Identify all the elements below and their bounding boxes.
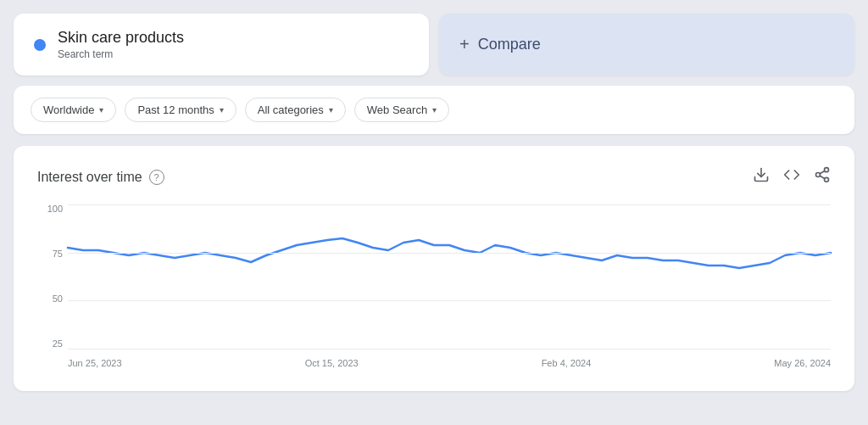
chart-header: Interest over time ? (37, 166, 831, 187)
compare-card[interactable]: + Compare (439, 14, 854, 75)
filter-time-label: Past 12 months (137, 103, 214, 116)
grid-line-100 (68, 204, 831, 205)
compare-label: Compare (478, 36, 541, 53)
x-label-3: Feb 4, 2024 (542, 358, 592, 368)
filter-region-label: Worldwide (43, 103, 94, 116)
x-label-2: Oct 15, 2023 (305, 358, 359, 368)
chart-title-row: Interest over time ? (37, 170, 164, 185)
y-label-25: 25 (53, 339, 63, 349)
chevron-down-icon: ▾ (329, 105, 333, 115)
search-term-dot (34, 39, 46, 51)
svg-line-5 (820, 171, 825, 173)
share-icon[interactable] (814, 166, 831, 187)
help-icon[interactable]: ? (149, 170, 164, 185)
chart-actions (753, 166, 831, 187)
search-term-text: Skin care products Search term (58, 29, 184, 60)
filter-category[interactable]: All categories ▾ (245, 98, 346, 122)
filter-region[interactable]: Worldwide ▾ (31, 98, 116, 122)
grid-line-75 (68, 253, 831, 254)
grid-line-25 (68, 349, 831, 350)
y-label-75: 75 (53, 249, 63, 259)
y-label-100: 100 (47, 204, 63, 214)
x-label-1: Jun 25, 2023 (68, 358, 122, 368)
chevron-down-icon: ▾ (220, 105, 224, 115)
x-label-4: May 26, 2024 (774, 358, 831, 368)
filter-time[interactable]: Past 12 months ▾ (125, 98, 236, 122)
chart-inner (68, 204, 831, 349)
term-name: Skin care products (58, 29, 184, 47)
compare-plus-icon: + (459, 35, 470, 54)
search-term-card: Skin care products Search term (14, 14, 429, 75)
term-sub: Search term (58, 48, 184, 60)
chart-title: Interest over time (37, 170, 142, 185)
filters-row: Worldwide ▾ Past 12 months ▾ All categor… (14, 86, 854, 134)
filter-search-type-label: Web Search (367, 103, 427, 116)
line-chart-svg (68, 204, 831, 349)
chart-area: 100 75 50 25 Jun 25, 2023 O (37, 204, 831, 374)
y-label-50: 50 (53, 294, 63, 304)
chevron-down-icon: ▾ (432, 105, 437, 115)
filter-category-label: All categories (258, 103, 324, 116)
download-icon[interactable] (753, 166, 770, 187)
grid-line-50 (68, 300, 831, 301)
filter-search-type[interactable]: Web Search ▾ (354, 98, 449, 122)
code-icon[interactable] (783, 166, 800, 187)
y-axis-labels: 100 75 50 25 (37, 204, 68, 349)
chart-card: Interest over time ? (14, 146, 854, 391)
chevron-down-icon: ▾ (99, 105, 103, 115)
svg-line-4 (820, 176, 825, 178)
x-axis-labels: Jun 25, 2023 Oct 15, 2023 Feb 4, 2024 Ma… (68, 352, 831, 374)
